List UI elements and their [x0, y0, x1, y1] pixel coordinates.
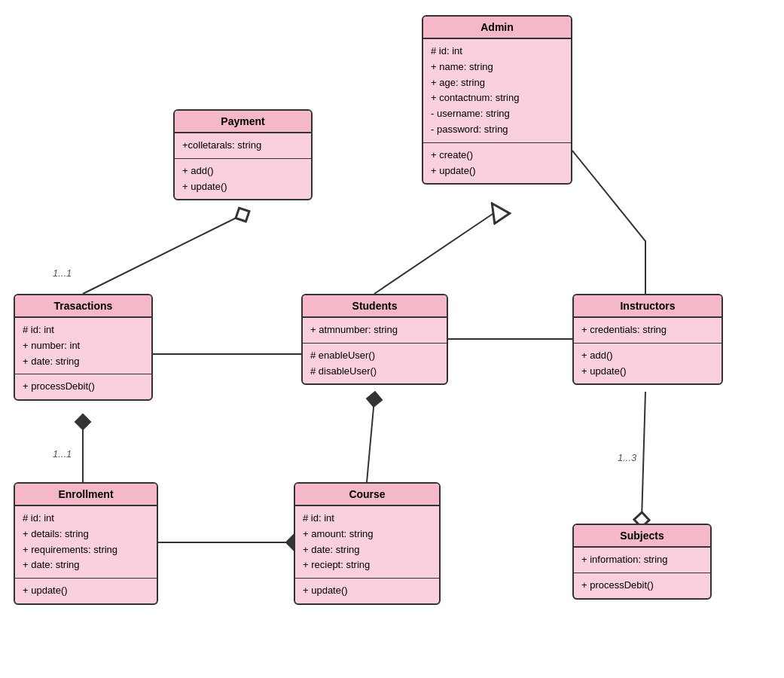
class-transactions: Trasactions # id: int + number: int + da…: [14, 294, 153, 401]
svg-line-4: [374, 211, 497, 294]
class-students-title: Students: [303, 295, 447, 318]
class-course-attributes: # id: int + amount: string + date: strin…: [295, 506, 439, 579]
class-enrollment: Enrollment # id: int + details: string +…: [14, 482, 158, 605]
class-subjects-title: Subjects: [574, 525, 710, 548]
class-enrollment-methods: + update(): [15, 579, 157, 603]
class-admin-attributes: # id: int + name: string + age: string +…: [423, 39, 571, 143]
class-course: Course # id: int + amount: string + date…: [294, 482, 441, 605]
class-course-title: Course: [295, 484, 439, 506]
class-payment-attributes: +colletarals: string: [175, 133, 311, 159]
uml-diagram: 1...1 1...1 1...3 Admin # id: int + name…: [0, 0, 784, 678]
class-payment: Payment +colletarals: string + add() + u…: [173, 109, 313, 200]
class-students: Students + atmnumber: string # enableUse…: [301, 294, 448, 385]
class-admin: Admin # id: int + name: string + age: st…: [422, 15, 572, 185]
class-transactions-attributes: # id: int + number: int + date: string: [15, 318, 151, 374]
svg-line-3: [83, 215, 243, 294]
class-instructors: Instructors + credentials: string + add(…: [572, 294, 723, 385]
label-transactions-enrollment: 1...1: [53, 448, 72, 460]
class-instructors-attributes: + credentials: string: [574, 318, 721, 344]
class-instructors-title: Instructors: [574, 295, 721, 318]
class-payment-title: Payment: [175, 111, 311, 133]
class-students-attributes: + atmnumber: string: [303, 318, 447, 344]
label-instructors-subjects: 1...3: [618, 452, 636, 463]
class-enrollment-attributes: # id: int + details: string + requiremen…: [15, 506, 157, 579]
class-subjects: Subjects + information: string + process…: [572, 524, 712, 600]
class-admin-methods: + create() + update(): [423, 143, 571, 184]
class-transactions-methods: + processDebit(): [15, 374, 151, 399]
svg-line-10: [642, 392, 645, 520]
class-students-methods: # enableUser() # disableUser(): [303, 344, 447, 384]
class-admin-title: Admin: [423, 17, 571, 39]
svg-line-8: [367, 399, 374, 482]
class-instructors-methods: + add() + update(): [574, 344, 721, 384]
class-subjects-attributes: + information: string: [574, 548, 710, 573]
class-transactions-title: Trasactions: [15, 295, 151, 318]
class-course-methods: + update(): [295, 579, 439, 603]
label-payment-transactions: 1...1: [53, 267, 72, 279]
class-enrollment-title: Enrollment: [15, 484, 157, 506]
class-payment-methods: + add() + update(): [175, 159, 311, 200]
class-subjects-methods: + processDebit(): [574, 573, 710, 598]
